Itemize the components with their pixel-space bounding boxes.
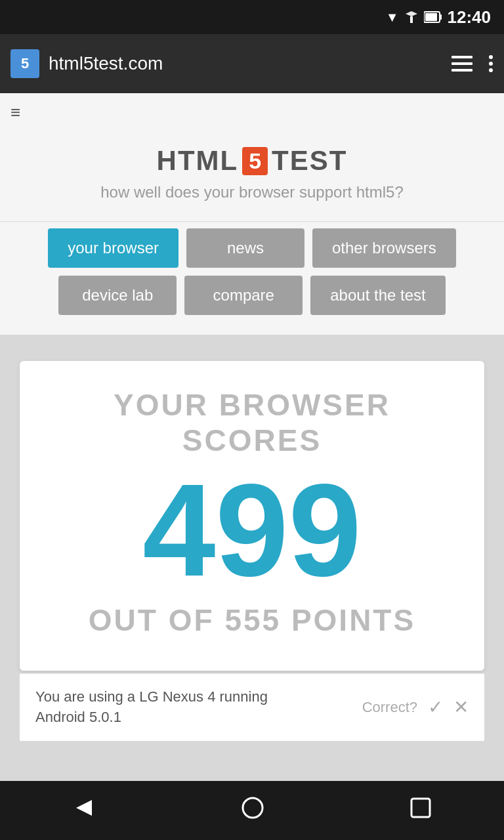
score-card: Your Browser Scores 499 Out of 555 Point…	[20, 361, 484, 671]
svg-rect-4	[452, 56, 472, 58]
device-info-bar: You are using a LG Nexus 4 running Andro…	[20, 673, 484, 741]
content-area: Your Browser Scores 499 Out of 555 Point…	[0, 335, 504, 781]
back-button[interactable]	[72, 796, 96, 825]
browser-bar: 5 html5test.com	[0, 34, 504, 93]
score-out-of: Out of 555 Points	[39, 602, 465, 638]
logo-test-text: TEST	[272, 145, 347, 177]
svg-rect-2	[425, 13, 437, 21]
site-header: HTML 5 TEST how well does your browser s…	[0, 132, 504, 222]
close-icon[interactable]: ✕	[453, 696, 469, 718]
svg-point-8	[489, 62, 493, 66]
wifi-icon: ▼	[386, 10, 399, 25]
device-text: You are using a LG Nexus 4 running Andro…	[35, 687, 268, 728]
status-bar: ▼ 12:40	[0, 0, 504, 34]
bottom-nav	[0, 781, 504, 840]
score-label: Your Browser Scores	[39, 387, 465, 458]
status-icons: ▼ 12:40	[386, 7, 491, 28]
svg-rect-0	[410, 16, 413, 23]
browser-favicon: 5	[10, 49, 39, 78]
svg-rect-6	[452, 69, 472, 72]
score-number: 499	[39, 465, 465, 596]
more-dots-icon[interactable]	[488, 54, 494, 73]
nav-compare[interactable]: compare	[184, 276, 303, 315]
nav-toggle-bar: ≡	[0, 93, 504, 132]
svg-rect-3	[440, 14, 442, 20]
logo-html-text: HTML	[157, 145, 239, 177]
wifi-signal-icon	[404, 10, 419, 24]
nav-news[interactable]: news	[186, 228, 304, 268]
status-time: 12:40	[448, 7, 492, 28]
nav-other-browsers[interactable]: other browsers	[312, 228, 456, 268]
recents-button[interactable]	[410, 797, 432, 824]
svg-point-11	[243, 798, 262, 818]
nav-about-the-test[interactable]: about the test	[310, 276, 445, 315]
svg-rect-12	[411, 799, 430, 817]
logo-5-text: 5	[249, 148, 261, 174]
device-text-line1: You are using a LG Nexus 4 running	[35, 688, 268, 705]
device-text-line2: Android 5.0.1	[35, 709, 121, 725]
device-actions: Correct? ✓ ✕	[362, 696, 469, 718]
svg-marker-10	[76, 800, 92, 816]
home-button[interactable]	[241, 796, 264, 825]
nav-device-lab[interactable]: device lab	[58, 276, 177, 315]
nav-buttons: your browser news other browsers device …	[0, 222, 504, 335]
svg-point-9	[489, 68, 493, 72]
check-icon[interactable]: ✓	[428, 696, 443, 718]
favicon-label: 5	[21, 55, 29, 72]
battery-icon	[424, 11, 442, 23]
nav-your-browser[interactable]: your browser	[48, 228, 178, 268]
logo-5-badge: 5	[242, 147, 268, 175]
sidebar-toggle-icon[interactable]: ≡	[10, 102, 20, 123]
site-tagline: how well does your browser support html5…	[13, 183, 491, 201]
browser-actions	[452, 54, 494, 73]
site-logo: HTML 5 TEST	[13, 145, 491, 177]
svg-point-7	[489, 55, 493, 59]
svg-rect-5	[452, 62, 472, 65]
menu-lines-icon[interactable]	[452, 56, 472, 72]
correct-label: Correct?	[362, 699, 417, 716]
browser-url[interactable]: html5test.com	[49, 53, 442, 74]
